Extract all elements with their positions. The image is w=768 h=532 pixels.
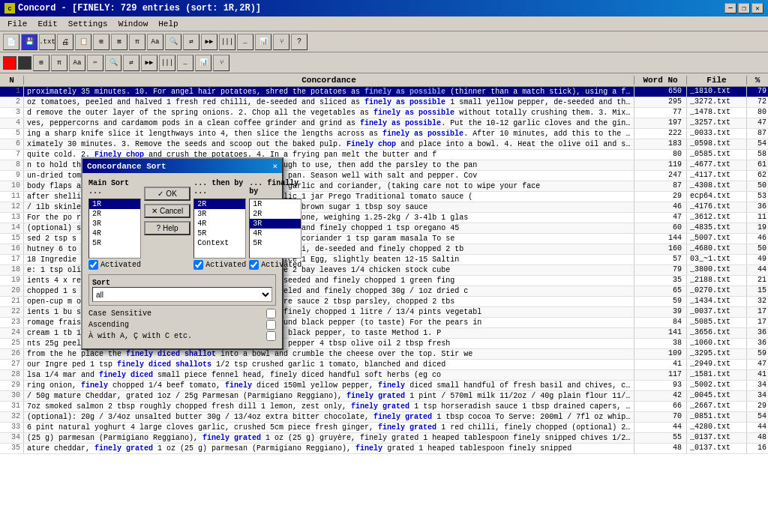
then-by-item-2r[interactable]: 2R	[194, 199, 245, 209]
listbox-item-5r[interactable]: 5R	[89, 238, 140, 248]
help-button-dialog[interactable]: ? Help	[144, 221, 190, 235]
then-by-item-4r[interactable]: 4R	[194, 219, 245, 229]
finally-by-section: ... finally by 1R 2R 3R 4R 5R Activated	[249, 179, 302, 270]
then-by-item-context[interactable]: Context	[194, 238, 245, 248]
accent-row: À with A, Ç with C etc.	[88, 331, 276, 341]
finally-by-activated-row: Activated	[249, 260, 302, 270]
finally-by-item-1r[interactable]: 1R	[250, 199, 301, 209]
then-by-label: ... then by ...	[194, 179, 246, 196]
sort-label: Sort	[92, 279, 110, 287]
then-by-section: ... then by ... 2R 3R 4R 5R Context Acti…	[194, 179, 246, 270]
case-sensitive-row: Case Sensitive	[88, 309, 276, 318]
dialog-title-text: Concordance Sort	[87, 162, 166, 171]
finally-by-label: ... finally by	[249, 179, 302, 196]
accent-checkbox[interactable]	[266, 331, 276, 341]
ascending-checkbox[interactable]	[266, 320, 276, 330]
finally-by-item-2r[interactable]: 2R	[250, 209, 301, 219]
options-section: Case Sensitive Ascending À with A, Ç wit…	[88, 309, 276, 341]
then-by-activated-row: Activated	[194, 260, 246, 270]
dialog-close-icon[interactable]: ✕	[272, 161, 278, 171]
cancel-button[interactable]: ✕ Cancel	[144, 204, 190, 218]
dialog-title-bar: Concordance Sort ✕	[82, 159, 282, 173]
then-by-item-5r[interactable]: 5R	[194, 229, 245, 238]
then-by-listbox[interactable]: 2R 3R 4R 5R Context	[194, 199, 246, 259]
main-sort-activated-label: Activated	[100, 261, 141, 269]
then-by-activated-label: Activated	[206, 261, 246, 269]
dialog-body: Main Sort ... 1R 2R 3R 4R 5R Activated	[82, 173, 282, 348]
sort-dropdown[interactable]: all 1st 2nd 3rd	[92, 287, 272, 302]
finally-by-item-4r[interactable]: 4R	[250, 229, 301, 238]
case-sensitive-label: Case Sensitive	[88, 309, 152, 318]
listbox-item-2r[interactable]: 2R	[89, 209, 140, 219]
dialog-overlay: Concordance Sort ✕ Main Sort ... 1R 2R 3…	[0, 0, 768, 532]
listbox-item-3r[interactable]: 3R	[89, 219, 140, 229]
dialog-buttons: ✓ OK ✕ Cancel ? Help	[144, 179, 190, 270]
case-sensitive-checkbox[interactable]	[266, 309, 276, 318]
ascending-row: Ascending	[88, 320, 276, 330]
listbox-item-4r[interactable]: 4R	[89, 229, 140, 238]
finally-by-activated-checkbox[interactable]	[249, 260, 259, 270]
main-sort-activated-row: Activated	[88, 260, 141, 270]
main-sort-label: Main Sort ...	[88, 179, 141, 196]
cancel-x-icon: ✕	[152, 207, 158, 215]
ok-button[interactable]: ✓ OK	[144, 187, 190, 201]
ascending-label: Ascending	[88, 321, 129, 329]
finally-by-activated-label: Activated	[261, 261, 302, 269]
then-by-activated-checkbox[interactable]	[194, 260, 203, 270]
finally-by-listbox[interactable]: 1R 2R 3R 4R 5R	[249, 199, 302, 259]
finally-by-item-3r[interactable]: 3R	[250, 219, 301, 229]
concordance-sort-dialog: Concordance Sort ✕ Main Sort ... 1R 2R 3…	[81, 157, 284, 350]
then-by-item-3r[interactable]: 3R	[194, 209, 245, 219]
listbox-item-1r[interactable]: 1R	[89, 199, 140, 209]
main-sort-section: Main Sort ... 1R 2R 3R 4R 5R Activated	[88, 179, 141, 270]
sort-section: Sort all 1st 2nd 3rd	[88, 274, 276, 306]
ok-check-icon: ✓	[158, 190, 164, 198]
main-sort-listbox[interactable]: 1R 2R 3R 4R 5R	[88, 199, 141, 259]
accent-label: À with A, Ç with C etc.	[88, 332, 192, 340]
finally-by-item-5r[interactable]: 5R	[250, 238, 301, 248]
help-q-icon: ?	[157, 224, 161, 232]
main-sort-activated-checkbox[interactable]	[88, 260, 98, 270]
